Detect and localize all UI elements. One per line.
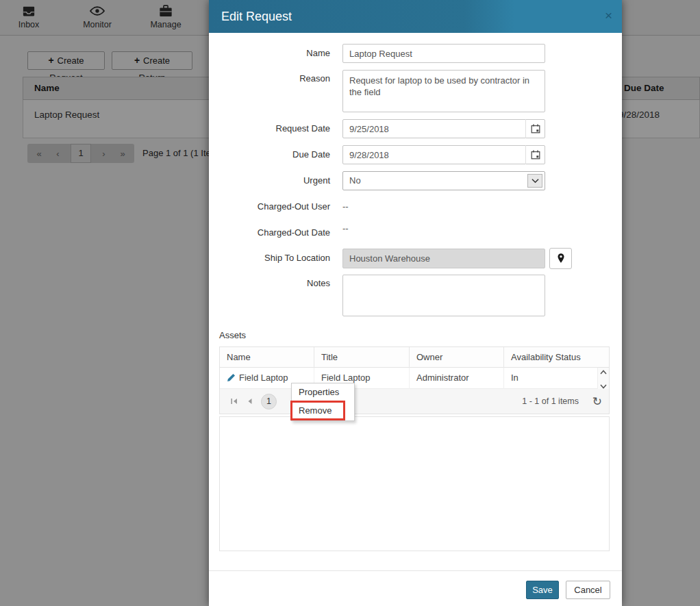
calendar-icon[interactable]	[525, 145, 545, 164]
assets-column-owner[interactable]: Owner	[410, 347, 504, 368]
reason-textarea[interactable]: Request for laptop to be used by contrac…	[342, 70, 545, 112]
asset-context-menu: Properties Remove	[291, 383, 355, 421]
name-label: Name	[221, 44, 330, 63]
assets-page-number-button[interactable]: 1	[261, 394, 277, 409]
location-pin-button[interactable]	[549, 248, 572, 269]
asset-name-text: Field Laptop	[239, 373, 288, 383]
screen: Inbox Monitor Manage +Create Request +Cr…	[0, 0, 700, 606]
name-input[interactable]	[342, 44, 545, 63]
assets-column-name[interactable]: Name	[220, 347, 314, 368]
calendar-icon[interactable]	[525, 119, 545, 138]
reason-label: Reason	[221, 70, 330, 88]
charged-out-user-label: Charged-Out User	[221, 197, 330, 216]
assets-section-label: Assets	[219, 330, 246, 340]
urgent-select[interactable]: No	[342, 171, 545, 190]
ship-to-location-label: Ship To Location	[221, 249, 330, 268]
grid-scrollbar[interactable]	[597, 368, 609, 389]
modal-header: Edit Request ×	[209, 0, 622, 33]
save-button[interactable]: Save	[526, 581, 559, 599]
pencil-icon[interactable]	[227, 373, 239, 383]
modal-title: Edit Request	[221, 0, 292, 33]
ship-to-location-input	[342, 249, 545, 268]
modal-footer: Save Cancel	[209, 570, 622, 606]
chevron-down-icon	[527, 174, 542, 188]
notes-label: Notes	[221, 275, 330, 292]
charged-out-date-value: --	[342, 219, 349, 238]
asset-row[interactable]: Field Laptop Field Laptop Administrator …	[220, 368, 609, 389]
assets-column-title[interactable]: Title	[314, 347, 410, 368]
context-menu-item-remove[interactable]: Remove	[292, 402, 354, 420]
notes-textarea[interactable]	[342, 275, 545, 316]
cancel-button[interactable]: Cancel	[566, 581, 610, 599]
assets-column-availability[interactable]: Availability Status	[504, 347, 599, 368]
assets-grid-header: Name Title Owner Availability Status	[220, 347, 609, 368]
assets-pager: 1 1 - 1 of 1 items ↻	[220, 389, 609, 414]
assets-pager-status: 1 - 1 of 1 items	[522, 396, 579, 406]
urgent-selected-value: No	[349, 172, 361, 190]
assets-first-page-icon[interactable]	[227, 394, 242, 409]
close-icon[interactable]: ×	[605, 0, 612, 31]
scroll-up-icon[interactable]	[600, 365, 607, 377]
assets-grid-empty-area	[219, 416, 610, 551]
charged-out-date-label: Charged-Out Date	[221, 223, 330, 242]
asset-owner-cell: Administrator	[410, 368, 504, 389]
due-date-label: Due Date	[221, 145, 330, 164]
assets-previous-page-icon[interactable]	[242, 394, 257, 409]
request-date-input[interactable]	[342, 119, 545, 138]
request-date-label: Request Date	[221, 119, 330, 138]
due-date-input[interactable]	[342, 145, 545, 164]
context-menu-item-properties[interactable]: Properties	[292, 383, 354, 402]
edit-request-modal: Edit Request × Name Reason Request for l…	[209, 0, 622, 606]
urgent-label: Urgent	[221, 171, 330, 190]
assets-grid: Name Title Owner Availability Status Fie…	[219, 346, 610, 414]
refresh-icon[interactable]: ↻	[592, 394, 602, 409]
charged-out-user-value: --	[342, 197, 349, 216]
asset-availability-cell: In	[504, 368, 599, 389]
